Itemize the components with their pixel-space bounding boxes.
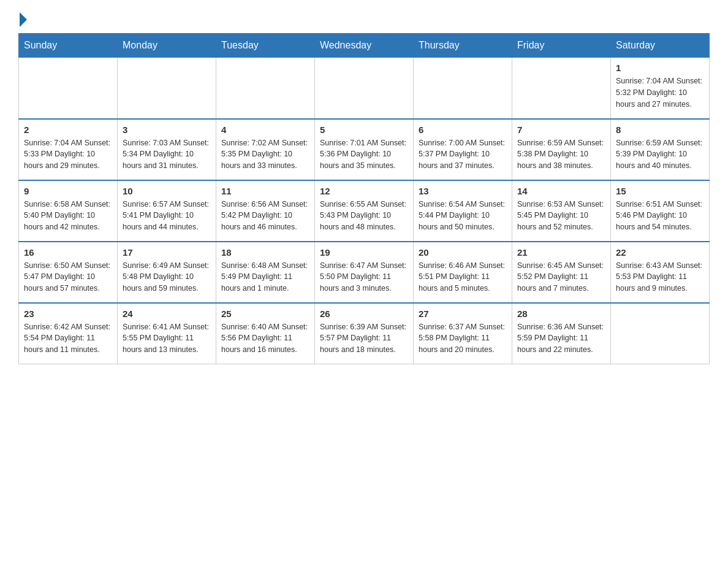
day-number: 19 (320, 247, 408, 258)
day-number: 23 (24, 308, 112, 319)
day-info: Sunrise: 6:50 AM Sunset: 5:47 PM Dayligh… (24, 260, 112, 294)
day-info: Sunrise: 6:41 AM Sunset: 5:55 PM Dayligh… (123, 321, 211, 356)
day-info: Sunrise: 6:42 AM Sunset: 5:54 PM Dayligh… (24, 321, 112, 356)
calendar-day-cell (315, 58, 414, 119)
day-info: Sunrise: 6:37 AM Sunset: 5:58 PM Dayligh… (419, 321, 507, 356)
day-number: 18 (221, 247, 309, 258)
day-number: 5 (320, 124, 408, 135)
day-info: Sunrise: 7:03 AM Sunset: 5:34 PM Dayligh… (123, 137, 211, 172)
calendar-day-cell: 16Sunrise: 6:50 AM Sunset: 5:47 PM Dayli… (19, 242, 118, 303)
calendar-week-row: 16Sunrise: 6:50 AM Sunset: 5:47 PM Dayli… (19, 242, 710, 303)
day-of-week-header: Wednesday (315, 34, 414, 58)
calendar-day-cell (216, 58, 315, 119)
day-info: Sunrise: 7:02 AM Sunset: 5:35 PM Dayligh… (221, 137, 309, 172)
calendar-day-cell: 9Sunrise: 6:58 AM Sunset: 5:40 PM Daylig… (19, 180, 118, 242)
calendar-day-cell (19, 58, 118, 119)
calendar-day-cell: 17Sunrise: 6:49 AM Sunset: 5:48 PM Dayli… (118, 242, 216, 303)
day-info: Sunrise: 6:53 AM Sunset: 5:45 PM Dayligh… (517, 199, 605, 233)
calendar-day-cell: 24Sunrise: 6:41 AM Sunset: 5:55 PM Dayli… (118, 303, 216, 364)
day-number: 7 (517, 124, 605, 135)
day-of-week-header: Sunday (19, 34, 118, 58)
calendar-day-cell: 27Sunrise: 6:37 AM Sunset: 5:58 PM Dayli… (414, 303, 512, 364)
day-info: Sunrise: 6:43 AM Sunset: 5:53 PM Dayligh… (616, 260, 704, 294)
calendar-day-cell: 15Sunrise: 6:51 AM Sunset: 5:46 PM Dayli… (611, 180, 710, 242)
calendar-day-cell: 23Sunrise: 6:42 AM Sunset: 5:54 PM Dayli… (19, 303, 118, 364)
calendar-day-cell: 1Sunrise: 7:04 AM Sunset: 5:32 PM Daylig… (611, 58, 710, 119)
day-number: 17 (123, 247, 211, 258)
day-info: Sunrise: 6:51 AM Sunset: 5:46 PM Dayligh… (616, 199, 704, 233)
day-number: 26 (320, 308, 408, 319)
calendar-day-cell: 8Sunrise: 6:59 AM Sunset: 5:39 PM Daylig… (611, 119, 710, 180)
day-number: 2 (24, 124, 112, 135)
calendar-header-row: SundayMondayTuesdayWednesdayThursdayFrid… (19, 34, 710, 58)
day-info: Sunrise: 6:58 AM Sunset: 5:40 PM Dayligh… (24, 199, 112, 233)
day-number: 15 (616, 186, 704, 196)
calendar-day-cell: 13Sunrise: 6:54 AM Sunset: 5:44 PM Dayli… (414, 180, 512, 242)
day-number: 10 (123, 186, 211, 196)
calendar-day-cell: 7Sunrise: 6:59 AM Sunset: 5:38 PM Daylig… (512, 119, 611, 180)
day-number: 4 (221, 124, 309, 135)
calendar-day-cell: 11Sunrise: 6:56 AM Sunset: 5:42 PM Dayli… (216, 180, 315, 242)
day-info: Sunrise: 6:59 AM Sunset: 5:38 PM Dayligh… (517, 137, 605, 172)
day-number: 27 (419, 308, 507, 319)
day-of-week-header: Saturday (611, 34, 710, 58)
calendar-day-cell: 21Sunrise: 6:45 AM Sunset: 5:52 PM Dayli… (512, 242, 611, 303)
day-of-week-header: Friday (512, 34, 611, 58)
day-number: 12 (320, 186, 408, 196)
day-number: 8 (616, 124, 704, 135)
day-number: 16 (24, 247, 112, 258)
day-number: 28 (517, 308, 605, 319)
calendar-week-row: 2Sunrise: 7:04 AM Sunset: 5:33 PM Daylig… (19, 119, 710, 180)
day-info: Sunrise: 6:48 AM Sunset: 5:49 PM Dayligh… (221, 260, 309, 294)
calendar-week-row: 23Sunrise: 6:42 AM Sunset: 5:54 PM Dayli… (19, 303, 710, 364)
day-info: Sunrise: 6:39 AM Sunset: 5:57 PM Dayligh… (320, 321, 408, 356)
day-of-week-header: Thursday (414, 34, 512, 58)
calendar-day-cell: 14Sunrise: 6:53 AM Sunset: 5:45 PM Dayli… (512, 180, 611, 242)
day-number: 25 (221, 308, 309, 319)
calendar-day-cell (414, 58, 512, 119)
day-info: Sunrise: 7:04 AM Sunset: 5:33 PM Dayligh… (24, 137, 112, 172)
day-info: Sunrise: 6:45 AM Sunset: 5:52 PM Dayligh… (517, 260, 605, 294)
day-number: 6 (419, 124, 507, 135)
day-number: 1 (616, 63, 704, 73)
calendar-week-row: 1Sunrise: 7:04 AM Sunset: 5:32 PM Daylig… (19, 58, 710, 119)
day-number: 13 (419, 186, 507, 196)
day-info: Sunrise: 6:47 AM Sunset: 5:50 PM Dayligh… (320, 260, 408, 294)
calendar-day-cell: 10Sunrise: 6:57 AM Sunset: 5:41 PM Dayli… (118, 180, 216, 242)
day-info: Sunrise: 7:01 AM Sunset: 5:36 PM Dayligh… (320, 137, 408, 172)
logo (18, 12, 28, 27)
day-number: 11 (221, 186, 309, 196)
calendar-day-cell (611, 303, 710, 364)
day-number: 3 (123, 124, 211, 135)
calendar-day-cell (118, 58, 216, 119)
calendar-table: SundayMondayTuesdayWednesdayThursdayFrid… (18, 33, 710, 364)
logo-arrow-icon (20, 12, 27, 27)
day-number: 20 (419, 247, 507, 258)
day-info: Sunrise: 6:54 AM Sunset: 5:44 PM Dayligh… (419, 199, 507, 233)
day-info: Sunrise: 6:57 AM Sunset: 5:41 PM Dayligh… (123, 199, 211, 233)
calendar-day-cell: 3Sunrise: 7:03 AM Sunset: 5:34 PM Daylig… (118, 119, 216, 180)
page-header (18, 12, 710, 27)
calendar-day-cell (512, 58, 611, 119)
calendar-week-row: 9Sunrise: 6:58 AM Sunset: 5:40 PM Daylig… (19, 180, 710, 242)
day-of-week-header: Tuesday (216, 34, 315, 58)
day-number: 9 (24, 186, 112, 196)
calendar-day-cell: 18Sunrise: 6:48 AM Sunset: 5:49 PM Dayli… (216, 242, 315, 303)
calendar-day-cell: 25Sunrise: 6:40 AM Sunset: 5:56 PM Dayli… (216, 303, 315, 364)
day-info: Sunrise: 6:49 AM Sunset: 5:48 PM Dayligh… (123, 260, 211, 294)
day-info: Sunrise: 6:55 AM Sunset: 5:43 PM Dayligh… (320, 199, 408, 233)
day-of-week-header: Monday (118, 34, 216, 58)
calendar-day-cell: 20Sunrise: 6:46 AM Sunset: 5:51 PM Dayli… (414, 242, 512, 303)
day-info: Sunrise: 6:56 AM Sunset: 5:42 PM Dayligh… (221, 199, 309, 233)
calendar-day-cell: 22Sunrise: 6:43 AM Sunset: 5:53 PM Dayli… (611, 242, 710, 303)
calendar-day-cell: 2Sunrise: 7:04 AM Sunset: 5:33 PM Daylig… (19, 119, 118, 180)
day-info: Sunrise: 6:59 AM Sunset: 5:39 PM Dayligh… (616, 137, 704, 172)
calendar-day-cell: 4Sunrise: 7:02 AM Sunset: 5:35 PM Daylig… (216, 119, 315, 180)
day-info: Sunrise: 6:36 AM Sunset: 5:59 PM Dayligh… (517, 321, 605, 356)
day-number: 22 (616, 247, 704, 258)
calendar-day-cell: 6Sunrise: 7:00 AM Sunset: 5:37 PM Daylig… (414, 119, 512, 180)
day-number: 14 (517, 186, 605, 196)
day-number: 21 (517, 247, 605, 258)
calendar-day-cell: 19Sunrise: 6:47 AM Sunset: 5:50 PM Dayli… (315, 242, 414, 303)
calendar-day-cell: 28Sunrise: 6:36 AM Sunset: 5:59 PM Dayli… (512, 303, 611, 364)
